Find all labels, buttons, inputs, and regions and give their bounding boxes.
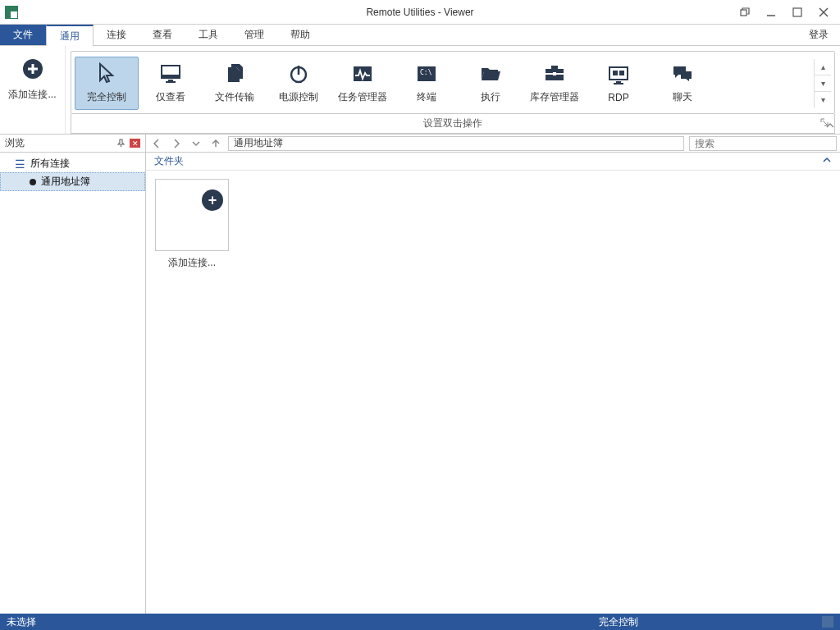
ribbon-tools-group: 完全控制 仅查看 文件传输 电源控制 — [71, 51, 835, 114]
cursor-icon — [94, 61, 120, 87]
content-pane: 文件夹 + 添加连接... — [146, 135, 840, 614]
menu-connect[interactable]: 连接 — [94, 25, 139, 45]
svg-rect-21 — [609, 67, 628, 80]
status-selection: 未选择 — [7, 615, 414, 629]
tool-inventory-manager[interactable]: 库存管理器 — [523, 57, 587, 110]
window-title: Remote Utilities - Viewer — [366, 7, 473, 18]
files-icon — [221, 61, 248, 87]
login-button[interactable]: 登录 — [797, 25, 840, 45]
nav-back-button[interactable] — [149, 136, 164, 151]
tile-add-connection[interactable]: + 添加连接... — [154, 179, 230, 270]
menu-manage[interactable]: 管理 — [231, 25, 277, 45]
svg-rect-23 — [619, 71, 624, 75]
sidebar-title: 浏览 — [5, 136, 115, 150]
app-logo-icon — [5, 6, 18, 19]
ribbon-group-caption: 设置双击操作 — [71, 114, 835, 134]
menu-tools[interactable]: 工具 — [185, 25, 231, 45]
pin-icon[interactable] — [115, 138, 126, 149]
status-bar: 未选择 完全控制 — [0, 614, 840, 630]
list-icon: ☰ — [15, 158, 25, 170]
svg-rect-10 — [168, 80, 173, 81]
tree-general-address-book[interactable]: 通用地址簿 — [0, 172, 145, 191]
svg-rect-2 — [793, 8, 801, 16]
ribbon-add-connection[interactable]: 添加连接... — [0, 46, 66, 134]
sidebar-header: 浏览 ✕ — [0, 135, 145, 153]
ribbon-scroll-up[interactable]: ▴ — [815, 59, 831, 75]
svg-rect-20 — [553, 72, 556, 75]
nav-up-button[interactable] — [208, 136, 223, 151]
svg-rect-22 — [613, 71, 618, 75]
tool-task-manager[interactable]: 任务管理器 — [331, 57, 395, 110]
briefcase-icon — [541, 61, 568, 87]
menu-help[interactable]: 帮助 — [277, 25, 323, 45]
resize-grip-icon[interactable] — [822, 616, 833, 628]
tool-execute[interactable]: 执行 — [459, 57, 523, 110]
ribbon: 添加连接... 完全控制 仅查看 文件传输 — [0, 46, 840, 135]
window-controls — [733, 3, 840, 21]
search-input[interactable] — [689, 136, 837, 151]
nav-history-dropdown[interactable] — [189, 136, 203, 151]
ribbon-scroll-buttons: ▴ ▾ ▾ — [814, 59, 831, 108]
breadcrumb-input[interactable] — [228, 136, 684, 151]
svg-rect-0 — [741, 10, 746, 16]
svg-text:C:\: C:\ — [420, 69, 432, 76]
terminal-icon: C:\ — [413, 61, 440, 87]
main-area: 浏览 ✕ ☰ 所有连接 通用地址簿 — [0, 135, 840, 614]
menu-file[interactable]: 文件 — [0, 25, 46, 45]
nav-forward-button[interactable] — [169, 136, 184, 151]
chat-icon — [669, 61, 696, 87]
menu-general[interactable]: 通用 — [46, 25, 94, 46]
status-mode: 完全控制 — [414, 615, 822, 629]
ribbon-more[interactable]: ▾ — [815, 92, 831, 108]
close-button[interactable] — [812, 3, 835, 21]
ribbon-add-connection-label: 添加连接... — [8, 88, 56, 102]
sidebar-tree: ☰ 所有连接 通用地址簿 — [0, 153, 145, 614]
menu-bar: 文件 通用 连接 查看 工具 管理 帮助 登录 — [0, 25, 840, 46]
svg-rect-11 — [166, 81, 176, 83]
ribbon-scroll-down[interactable]: ▾ — [815, 75, 831, 92]
svg-rect-17 — [551, 66, 558, 69]
tree-all-connections[interactable]: ☰ 所有连接 — [0, 155, 145, 172]
rdp-icon — [605, 62, 632, 89]
svg-rect-9 — [162, 75, 180, 78]
minimize-button[interactable] — [760, 3, 783, 21]
plus-circle-icon — [21, 57, 44, 83]
title-bar: Remote Utilities - Viewer — [0, 0, 840, 25]
file-grid: + 添加连接... — [146, 171, 840, 614]
tool-chat[interactable]: 聊天 — [651, 57, 714, 110]
bullet-icon — [30, 179, 36, 185]
sidebar: 浏览 ✕ ☰ 所有连接 通用地址簿 — [0, 135, 146, 614]
svg-rect-25 — [614, 83, 623, 84]
tool-rdp[interactable]: RDP — [587, 58, 651, 109]
menu-view[interactable]: 查看 — [139, 25, 185, 45]
ribbon-collapse-button[interactable] — [824, 119, 837, 132]
section-collapse-icon[interactable] — [822, 155, 832, 167]
svg-rect-24 — [616, 81, 621, 83]
monitor-icon — [158, 61, 184, 87]
tool-file-transfer[interactable]: 文件传输 — [203, 57, 267, 110]
plus-circle-icon: + — [202, 189, 223, 211]
tool-full-control[interactable]: 完全控制 — [75, 57, 139, 110]
restore-down-icon[interactable] — [733, 3, 756, 21]
tool-view-only[interactable]: 仅查看 — [139, 57, 203, 110]
power-icon — [285, 61, 312, 87]
close-panel-icon[interactable]: ✕ — [130, 139, 140, 148]
section-folder-header[interactable]: 文件夹 — [146, 153, 840, 171]
nav-bar — [146, 135, 840, 153]
tile-label: 添加连接... — [168, 256, 216, 270]
activity-icon — [349, 61, 376, 87]
tool-power-control[interactable]: 电源控制 — [267, 57, 331, 110]
tool-terminal[interactable]: C:\ 终端 — [395, 57, 459, 110]
maximize-button[interactable] — [786, 3, 809, 21]
tile-thumb: + — [155, 179, 229, 251]
folder-open-icon — [477, 61, 504, 87]
